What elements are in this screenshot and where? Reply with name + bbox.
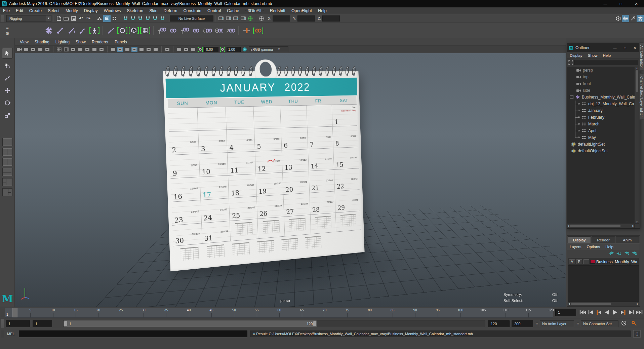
menu-skin[interactable]: Skin [146,8,160,13]
grid-icon[interactable] [56,47,62,52]
bind-skin-icon[interactable] [117,25,127,36]
ipr-render-icon[interactable] [232,15,239,22]
snap-view-plane-icon[interactable] [151,15,159,22]
layer-color-swatch[interactable] [590,260,595,264]
ik-handle-icon[interactable] [55,25,65,36]
menu-3dtoall[interactable]: - 3DtoAll - [242,8,267,13]
lock-camera-icon[interactable] [23,47,29,52]
animation-preferences-icon[interactable] [621,320,627,327]
live-surface-field[interactable]: No Live Surface [170,15,213,22]
auto-keyframe-icon[interactable] [631,320,637,327]
current-frame-marker[interactable] [12,308,17,317]
input-snap-icon[interactable] [258,15,265,22]
layout-single-pane[interactable] [2,138,12,146]
point-constraint-icon[interactable] [168,25,178,36]
render-current-frame-icon[interactable] [225,15,232,22]
outliner-item-april[interactable]: April [567,127,635,134]
parent-constraint-icon[interactable] [157,25,167,36]
camera-attributes-icon[interactable] [30,47,36,52]
outliner-horizontal-scrollbar[interactable]: ◀▶ [567,224,635,228]
render-view-icon[interactable] [217,15,225,22]
range-start-handle[interactable] [64,321,67,326]
animation-end-field[interactable]: 200 [512,320,533,327]
bookmark-icon[interactable] [37,47,43,52]
outliner-item-may[interactable]: May [567,134,635,141]
range-slider-bar[interactable]: 1 120 [64,320,317,327]
select-tool[interactable] [2,48,13,59]
orient-constraint-icon[interactable] [179,25,190,36]
film-gate-icon[interactable] [63,47,69,52]
redo-icon[interactable]: ↷ [85,15,92,22]
coord-field-y[interactable] [297,15,315,22]
outliner-filter-icon[interactable] [568,60,573,65]
interactive-bind-icon[interactable] [129,25,139,36]
shaded-icon[interactable] [117,47,123,52]
aim-constraint-icon[interactable] [191,25,201,36]
scale-tool[interactable] [2,110,13,121]
go-to-end-button[interactable] [635,308,643,316]
isolate-select-icon[interactable] [164,47,170,52]
outliner-item-front[interactable]: front [567,80,635,87]
layout-persp-graph[interactable] [2,188,12,196]
attach-to-motion-path-icon[interactable] [253,25,263,36]
command-line-grip[interactable] [1,330,4,338]
tab-display[interactable]: Display [568,236,591,243]
snap-point-icon[interactable] [136,15,144,22]
panel-menu-show[interactable]: Show [73,40,89,44]
lattice-icon[interactable] [140,25,150,36]
outliner-menu-help[interactable]: Help [600,53,614,57]
ambient-occlusion-icon[interactable] [146,47,152,52]
layout-outliner-persp[interactable] [2,178,12,186]
script-editor-icon[interactable]: {;} [633,330,641,338]
outliner-item-obj-12-monthly-wall-ca[interactable]: obj_12_Monthly_Wall_Ca [567,101,635,107]
save-scene-icon[interactable] [70,15,77,22]
safe-action-icon[interactable] [91,47,97,52]
open-scene-icon[interactable] [63,15,70,22]
xray-joints-icon[interactable] [183,47,189,52]
snap-projected-center-icon[interactable] [144,15,151,22]
coord-field-x[interactable] [273,15,290,22]
layer-name[interactable]: Business_Monthly_Wa [596,260,637,264]
outliner-item-business-monthly-wall-cale[interactable]: −Business_Monthly_Wall_Cale [567,94,635,101]
panel-menu-view[interactable]: View [17,40,32,44]
shelf-gear-icon[interactable]: ⚙ [5,31,9,36]
viewport-canvas[interactable]: JANUARY 2022SUNMONTUEWEDTHUFRISAT11/364N… [15,53,566,307]
select-camera-icon[interactable] [16,47,22,52]
animation-start-field[interactable]: 1 [6,320,30,327]
command-line-mode[interactable]: MEL [7,332,15,336]
menu-deform[interactable]: Deform [161,8,180,13]
move-tool[interactable] [2,85,13,96]
tool-settings-icon[interactable] [629,15,637,22]
layout-four-pane[interactable] [2,148,12,156]
go-to-start-button[interactable] [579,308,587,316]
time-slider[interactable]: 1 51015202530354045505560657075808590951… [5,308,553,318]
panel-menu-panels[interactable]: Panels [112,40,130,44]
current-time-field[interactable]: 1 [555,309,576,316]
layer-menu-help[interactable]: Help [603,245,616,249]
coord-field-z[interactable] [322,15,340,22]
outliner-vertical-scrollbar[interactable]: ▲▼ [635,67,639,224]
range-slider-grip[interactable] [1,319,4,328]
playback-start-field[interactable]: 1 [33,320,52,327]
outliner-title-bar[interactable]: M Outliner — □ ✕ [567,43,640,52]
undo-icon[interactable]: ↶ [77,15,85,22]
panel-menu-renderer[interactable]: Renderer [89,40,112,44]
move-layer-up-icon[interactable] [609,251,614,256]
outliner-maximize-button[interactable]: □ [624,46,626,50]
select-hierarchy-icon[interactable] [96,15,103,22]
layer-visibility-toggle[interactable]: V [569,259,575,264]
outliner-close-button[interactable]: ✕ [634,46,636,50]
menu-control[interactable]: Control [204,8,224,13]
color-management-icon[interactable] [242,47,248,52]
empty-layer-icon[interactable] [624,251,630,255]
pole-vector-constraint-icon[interactable] [214,25,224,36]
pin-constraint-icon[interactable] [242,25,252,36]
motion-blur-icon[interactable] [153,47,159,52]
sidebar-tab-channel-box-layer-editor[interactable]: Channel Box / Layer Editor [639,73,644,120]
select-component-icon[interactable] [111,15,118,22]
sidebar-tab-attribute-editor[interactable]: Attribute Editor [639,42,644,71]
time-presets-arrow-icon[interactable]: ▽ [534,321,539,327]
exposure-field[interactable]: 0.00 [204,47,218,52]
resolution-gate-icon[interactable] [70,47,76,52]
outliner-item-february[interactable]: February [567,114,635,121]
